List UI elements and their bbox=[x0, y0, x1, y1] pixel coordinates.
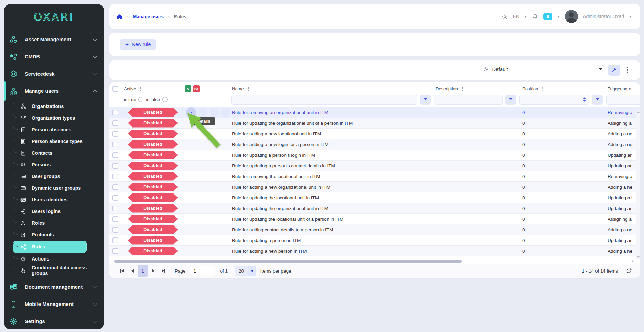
rule-name[interactable]: Rule for updating the organizational uni… bbox=[231, 121, 434, 126]
row-checkbox[interactable] bbox=[112, 110, 118, 115]
sidebar-item-organizations[interactable]: Organizations bbox=[4, 100, 104, 112]
grid-settings-button[interactable] bbox=[608, 65, 620, 76]
language-selector[interactable]: EN bbox=[513, 14, 519, 19]
triggering-filter-input[interactable] bbox=[606, 95, 640, 105]
refresh-icon[interactable] bbox=[625, 267, 632, 274]
chevron-down-icon[interactable] bbox=[629, 16, 632, 18]
details-button[interactable] bbox=[186, 107, 196, 118]
chevron-down-icon[interactable] bbox=[557, 16, 560, 18]
edit-button[interactable] bbox=[197, 108, 208, 118]
new-rule-button[interactable]: + New rule bbox=[120, 39, 156, 50]
row-checkbox[interactable] bbox=[112, 142, 118, 147]
rule-name[interactable]: Rule for adding a new person in ITM bbox=[231, 248, 434, 254]
sidebar-item-organization-types[interactable]: Organization types bbox=[4, 112, 104, 124]
rule-name[interactable]: Rule for adding contact details to a per… bbox=[231, 227, 434, 232]
row-checkbox[interactable] bbox=[112, 131, 118, 137]
user-name[interactable]: Administrator Oxari bbox=[583, 14, 624, 19]
column-menu-icon[interactable] bbox=[247, 86, 250, 92]
row-checkbox[interactable] bbox=[112, 195, 118, 201]
column-header-name[interactable]: Name bbox=[232, 86, 244, 91]
horizontal-scrollbar[interactable] bbox=[109, 259, 636, 263]
chevron-down-icon[interactable] bbox=[524, 16, 527, 18]
sidebar-item-person-absence-types[interactable]: Person absence types bbox=[4, 135, 104, 147]
rule-name[interactable]: Rule for adding a new organizational uni… bbox=[231, 185, 434, 190]
delete-button[interactable] bbox=[209, 108, 220, 118]
sidebar-item-person-absences[interactable]: Person absences bbox=[4, 124, 104, 135]
last-page-button[interactable] bbox=[158, 266, 169, 276]
column-header-active[interactable]: Active bbox=[124, 86, 136, 91]
sidebar-item-settings[interactable]: Settings bbox=[4, 313, 104, 329]
sidebar-item-contacts[interactable]: Contacts bbox=[4, 147, 104, 159]
sidebar-item-users-logins[interactable]: Users logins bbox=[4, 206, 104, 217]
send-button[interactable] bbox=[221, 108, 231, 118]
rule-name[interactable]: Rule for updating a person's login in IT… bbox=[231, 153, 434, 158]
filter-is-true-radio[interactable] bbox=[138, 97, 143, 102]
page-number-input[interactable] bbox=[190, 266, 215, 276]
position-filter-input[interactable] bbox=[519, 95, 589, 105]
filter-is-false-radio[interactable] bbox=[162, 97, 168, 102]
home-icon[interactable] bbox=[116, 13, 123, 20]
sidebar-item-user-groups[interactable]: User groups bbox=[4, 170, 104, 182]
sidebar-item-mobile-management[interactable]: Mobile Management bbox=[4, 296, 104, 313]
row-checkbox[interactable] bbox=[112, 120, 118, 126]
breadcrumb-rules[interactable]: Rules bbox=[174, 14, 186, 19]
rule-name[interactable]: Rule for removing an organizational unit… bbox=[231, 110, 434, 115]
scroll-right-icon[interactable] bbox=[632, 260, 634, 263]
sidebar-item-manage-users[interactable]: Manage users bbox=[4, 82, 104, 100]
name-filter-button[interactable] bbox=[420, 95, 431, 105]
notifications-bell-icon[interactable] bbox=[532, 13, 538, 20]
row-checkbox[interactable] bbox=[112, 237, 118, 243]
rule-name[interactable]: Rule for adding a new locational unit in… bbox=[231, 131, 434, 136]
rule-name[interactable]: Rule for updating the organizational uni… bbox=[231, 206, 434, 211]
rule-name[interactable]: Rule for adding a new login for a person… bbox=[231, 142, 434, 147]
sidebar-item-asset-management[interactable]: Asset Management bbox=[4, 31, 104, 48]
sidebar-item-protocols[interactable]: Protocols bbox=[4, 229, 104, 241]
column-menu-icon[interactable] bbox=[461, 86, 464, 92]
notification-count-badge[interactable]: 0 bbox=[543, 13, 552, 20]
row-checkbox[interactable] bbox=[112, 216, 118, 222]
sidebar-item-dynamic-user-groups[interactable]: Dynamic user groups bbox=[4, 182, 104, 194]
sidebar-item-cmdb[interactable]: CMDB bbox=[4, 48, 104, 65]
row-checkbox[interactable] bbox=[112, 174, 118, 179]
rule-name[interactable]: Rule for removing the locational unit in… bbox=[231, 174, 434, 179]
avatar[interactable] bbox=[565, 10, 578, 23]
sidebar-item-servicedesk[interactable]: Servicedesk bbox=[4, 65, 104, 82]
export-pdf-icon[interactable]: PDF bbox=[193, 85, 200, 92]
column-header-triggering[interactable]: Triggering e bbox=[608, 86, 631, 91]
position-filter-button[interactable] bbox=[592, 95, 603, 105]
scroll-up-icon[interactable] bbox=[637, 111, 640, 113]
name-filter-input[interactable] bbox=[231, 95, 417, 105]
row-checkbox[interactable] bbox=[112, 206, 118, 211]
sidebar-item-users-identities[interactable]: Users identities bbox=[4, 194, 104, 206]
row-checkbox[interactable] bbox=[112, 152, 118, 158]
current-page-button[interactable]: 1 bbox=[138, 265, 148, 277]
position-stepper[interactable] bbox=[583, 97, 586, 102]
first-page-button[interactable] bbox=[117, 266, 127, 276]
sidebar-item-conditional-data-access-groups[interactable]: Conditional data access groups bbox=[4, 265, 104, 276]
row-checkbox[interactable] bbox=[112, 163, 118, 169]
vertical-scrollbar[interactable] bbox=[636, 110, 640, 259]
settings-gear-icon[interactable] bbox=[502, 13, 508, 20]
column-menu-icon[interactable] bbox=[139, 86, 142, 92]
row-checkbox[interactable] bbox=[112, 248, 118, 254]
column-header-description[interactable]: Description bbox=[436, 86, 458, 91]
row-checkbox[interactable] bbox=[112, 184, 118, 190]
sidebar-item-persons[interactable]: Persons bbox=[4, 159, 104, 170]
rule-name[interactable]: Rule for updating the locational unit in… bbox=[231, 195, 434, 200]
rule-name[interactable]: Rule for updating a person's contact det… bbox=[231, 163, 434, 168]
horizontal-scrollbar-thumb[interactable] bbox=[114, 260, 462, 263]
toolbar-menu-button[interactable] bbox=[625, 66, 631, 75]
description-filter-button[interactable] bbox=[505, 95, 516, 105]
breadcrumb-manage-users[interactable]: Manage users bbox=[133, 14, 164, 19]
sidebar-item-rules[interactable]: Rules bbox=[13, 241, 87, 253]
column-header-position[interactable]: Position bbox=[522, 86, 538, 91]
rule-name[interactable]: Rule for updating the locational unit of… bbox=[231, 217, 434, 222]
items-per-page-select[interactable]: 20 bbox=[235, 266, 256, 276]
sidebar-item-document-management[interactable]: Document management bbox=[4, 278, 104, 296]
next-page-button[interactable] bbox=[148, 266, 158, 276]
sidebar-item-actions[interactable]: Actions bbox=[4, 253, 104, 265]
scroll-down-icon[interactable] bbox=[637, 256, 640, 258]
select-all-checkbox[interactable] bbox=[112, 86, 118, 92]
previous-page-button[interactable] bbox=[127, 266, 138, 276]
export-excel-icon[interactable]: x bbox=[185, 85, 191, 92]
